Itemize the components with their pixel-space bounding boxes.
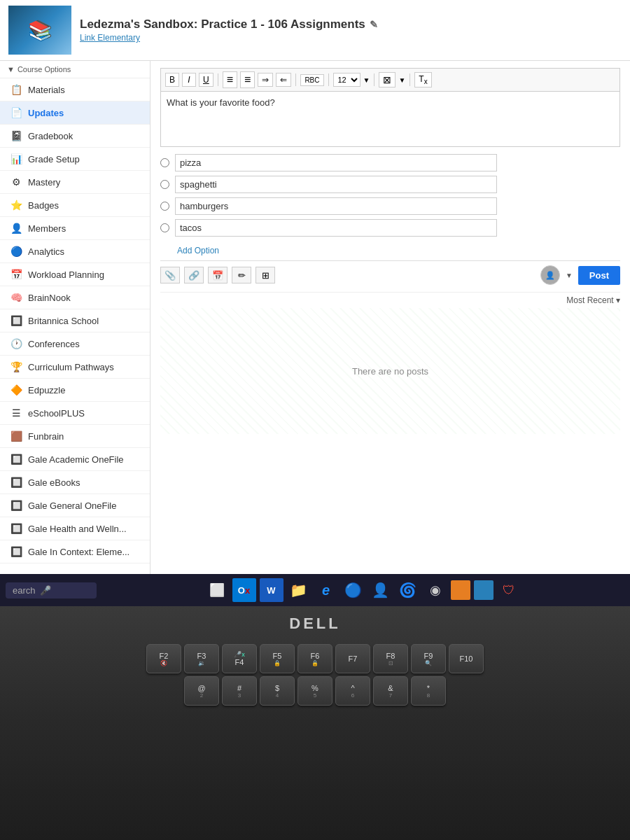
toggle-icon[interactable]: ◉ bbox=[424, 578, 447, 602]
sidebar-item-gradebook[interactable]: 📓 Gradebook bbox=[0, 125, 150, 148]
poll-radio-4[interactable] bbox=[160, 223, 169, 232]
sidebar-item-eschoolplus[interactable]: ☰ eSchoolPLUS bbox=[0, 402, 150, 425]
sidebar-item-grade-setup[interactable]: 📊 Grade Setup bbox=[0, 148, 150, 171]
sidebar-item-members[interactable]: 👤 Members bbox=[0, 217, 150, 240]
key-f4[interactable]: 🎤xF4 bbox=[222, 644, 257, 673]
sidebar-item-updates[interactable]: 📄 Updates bbox=[0, 102, 150, 125]
key-dollar[interactable]: $4 bbox=[260, 676, 295, 706]
poll-radio-2[interactable] bbox=[160, 180, 169, 189]
files-icon[interactable]: 📁 bbox=[287, 578, 311, 602]
sidebar-label-eschoolplus: eSchoolPLUS bbox=[28, 408, 85, 419]
sidebar-label-conferences: Conferences bbox=[28, 339, 80, 349]
link-icon[interactable]: 🔗 bbox=[184, 267, 204, 284]
sidebar-item-britannica[interactable]: 🔲 Britannica School bbox=[0, 309, 150, 332]
main-content: B I U ≡ ≡ ⇒ ⇐ RBC 12 14 16 ▼ ⊠ ▼ bbox=[150, 61, 630, 574]
sidebar-item-gale-health[interactable]: 🔲 Gale Health and Welln... bbox=[0, 517, 150, 540]
sidebar-item-workload[interactable]: 📅 Workload Planning bbox=[0, 263, 150, 286]
task-view-icon[interactable]: ⬜ bbox=[205, 578, 229, 602]
sidebar-item-curriculum[interactable]: 🏆 Curriculum Pathways bbox=[0, 356, 150, 379]
sidebar-item-analytics[interactable]: 🔵 Analytics bbox=[0, 240, 150, 263]
most-recent-button[interactable]: Most Recent ▾ bbox=[566, 295, 620, 305]
poll-input-4[interactable] bbox=[175, 219, 497, 237]
taskbar-search[interactable]: earch 🎤 bbox=[6, 582, 97, 598]
course-options-chevron: ▼ bbox=[7, 65, 15, 74]
key-f9[interactable]: F9🔍 bbox=[411, 644, 446, 673]
post-toolbar-right: 👤 ▼ Post bbox=[540, 265, 620, 285]
poll-radio-1[interactable] bbox=[160, 158, 169, 167]
post-toolbar-left: 📎 🔗 📅 ✏ ⊞ bbox=[160, 267, 540, 284]
chrome-icon[interactable]: 🔵 bbox=[342, 578, 365, 602]
table-icon[interactable]: ⊞ bbox=[255, 267, 275, 284]
key-f6[interactable]: F6🔒 bbox=[298, 644, 332, 673]
key-f7[interactable]: F7 bbox=[335, 644, 370, 673]
clear-format-button[interactable]: Tx bbox=[414, 72, 431, 88]
grade-setup-icon: 📊 bbox=[10, 153, 22, 165]
sidebar-item-conferences[interactable]: 🕐 Conferences bbox=[0, 332, 150, 356]
school-link[interactable]: Link Elementary bbox=[80, 33, 622, 43]
shield-icon[interactable]: 🛡 bbox=[497, 578, 521, 602]
course-options-label: Course Options bbox=[18, 65, 71, 74]
edpuzzle-icon: 🔶 bbox=[10, 384, 22, 396]
sidebar-item-brainnook[interactable]: 🧠 BrainNook bbox=[0, 286, 150, 309]
key-f5[interactable]: F5🔒 bbox=[260, 644, 295, 673]
unordered-list-button[interactable]: ≡ bbox=[223, 71, 237, 88]
sidebar-item-gale-general[interactable]: 🔲 Gale General OneFile bbox=[0, 494, 150, 517]
avatar-arrow: ▼ bbox=[566, 272, 573, 279]
font-size-select[interactable]: 12 14 16 bbox=[333, 73, 360, 87]
key-f3[interactable]: F3🔉 bbox=[184, 644, 219, 673]
underline-button[interactable]: U bbox=[199, 73, 214, 87]
bold-button[interactable]: B bbox=[165, 73, 179, 87]
key-at[interactable]: @2 bbox=[184, 676, 219, 706]
sidebar-item-materials[interactable]: 📋 Materials bbox=[0, 78, 150, 102]
poll-input-2[interactable] bbox=[175, 176, 497, 193]
outdent-button[interactable]: ⇐ bbox=[276, 73, 291, 87]
key-f10[interactable]: F10 bbox=[449, 644, 484, 673]
conferences-icon: 🕐 bbox=[10, 337, 22, 350]
sidebar-item-funbrain[interactable]: 🟫 Funbrain bbox=[0, 425, 150, 448]
image-insert-button[interactable]: ⊠ bbox=[379, 72, 396, 88]
gale-academic-icon: 🔲 bbox=[10, 453, 22, 465]
outlook-icon[interactable]: Ox bbox=[232, 578, 256, 602]
sidebar-item-badges[interactable]: ⭐ Badges bbox=[0, 194, 150, 217]
sidebar-item-gale-ebooks[interactable]: 🔲 Gale eBooks bbox=[0, 471, 150, 494]
italic-button[interactable]: I bbox=[182, 73, 196, 87]
edit-title-icon[interactable]: ✎ bbox=[370, 19, 378, 30]
indent-button[interactable]: ⇒ bbox=[258, 73, 273, 87]
header-title: Ledezma's Sandbox: Practice 1 - 106 Assi… bbox=[80, 18, 622, 31]
sidebar-label-funbrain: Funbrain bbox=[28, 431, 64, 442]
poll-input-1[interactable] bbox=[175, 154, 497, 172]
spiral-icon[interactable]: 🌀 bbox=[396, 578, 420, 602]
mic-icon[interactable]: 🎤 bbox=[40, 585, 51, 596]
key-asterisk[interactable]: *8 bbox=[411, 676, 446, 706]
key-percent[interactable]: %5 bbox=[298, 676, 332, 706]
user-avatar-icon[interactable]: 👤 bbox=[369, 578, 393, 602]
add-option-link[interactable]: Add Option bbox=[177, 246, 219, 255]
key-f8[interactable]: F8⊡ bbox=[373, 644, 408, 673]
course-options-header[interactable]: ▼ Course Options bbox=[0, 61, 150, 78]
key-f2[interactable]: F2🔇 bbox=[146, 644, 181, 673]
blue-square-icon[interactable] bbox=[474, 580, 493, 600]
sidebar-item-gale-academic[interactable]: 🔲 Gale Academic OneFile bbox=[0, 448, 150, 471]
sidebar-item-edpuzzle[interactable]: 🔶 Edpuzzle bbox=[0, 379, 150, 402]
post-button[interactable]: Post bbox=[578, 266, 620, 285]
word-icon[interactable]: W bbox=[260, 578, 284, 602]
course-title: Ledezma's Sandbox: Practice 1 - 106 Assi… bbox=[80, 18, 365, 31]
key-caret[interactable]: ^6 bbox=[335, 676, 370, 706]
ordered-list-button[interactable]: ≡ bbox=[240, 71, 255, 88]
text-editor[interactable]: What is your favorite food? bbox=[160, 91, 620, 147]
avatar-dropdown[interactable]: 👤 bbox=[540, 265, 560, 285]
members-icon: 👤 bbox=[10, 222, 22, 234]
poll-input-3[interactable] bbox=[175, 197, 497, 215]
sidebar-item-gale-context[interactable]: 🔲 Gale In Context: Eleme... bbox=[0, 540, 150, 564]
key-ampersand[interactable]: &7 bbox=[373, 676, 408, 706]
edge-icon[interactable]: e bbox=[314, 578, 338, 602]
attachment-icon[interactable]: 📎 bbox=[160, 267, 180, 284]
key-hash[interactable]: #3 bbox=[222, 676, 257, 706]
sidebar-item-mastery[interactable]: ⚙ Mastery bbox=[0, 171, 150, 194]
spellcheck-button[interactable]: RBC bbox=[300, 74, 323, 86]
brainnook-icon: 🧠 bbox=[10, 291, 22, 304]
poll-radio-3[interactable] bbox=[160, 202, 169, 211]
calendar-icon[interactable]: 📅 bbox=[208, 267, 227, 284]
pencil-icon[interactable]: ✏ bbox=[232, 267, 251, 284]
orange-square-icon[interactable] bbox=[451, 580, 470, 600]
